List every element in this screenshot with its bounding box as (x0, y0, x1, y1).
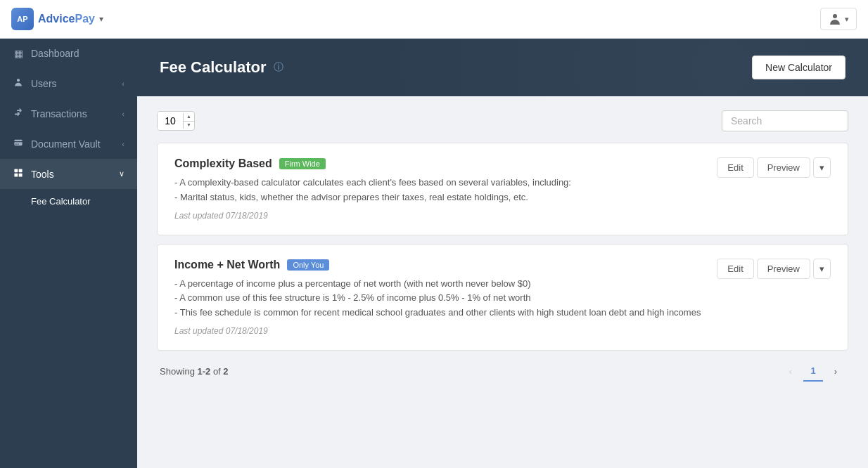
sidebar-sub-label-fee-calculator: Fee Calculator (31, 196, 91, 207)
calc-info-income: Income + Net Worth Only You - A percenta… (174, 259, 717, 336)
page-title: Fee Calculator (160, 58, 267, 77)
more-button-complexity[interactable]: ▾ (813, 157, 831, 178)
pagination-row: Showing 1-2 of 2 ‹ 1 › (157, 362, 848, 382)
calc-actions-income: Edit Preview ▾ (717, 259, 831, 279)
sidebar-item-document-vault[interactable]: Document Vault ‹ (0, 129, 137, 159)
calculator-card-income-net-worth: Income + Net Worth Only You - A percenta… (157, 244, 848, 351)
content-body: ▲ ▼ Complexity Based Firm Wide - A compl… (137, 96, 868, 468)
calc-updated-income: Last updated 07/18/2019 (174, 326, 717, 336)
user-dropdown-arrow: ▾ (845, 15, 849, 24)
preview-button-complexity[interactable]: Preview (757, 157, 810, 178)
sidebar-label-tools: Tools (31, 169, 54, 180)
badge-firm-wide: Firm Wide (279, 158, 326, 169)
sidebar-item-transactions[interactable]: Transactions ‹ (0, 98, 137, 129)
calc-title-row-complexity: Complexity Based Firm Wide (174, 157, 717, 170)
user-menu-button[interactable]: ▾ (820, 8, 857, 30)
next-page-button[interactable]: › (826, 362, 845, 382)
search-input[interactable] (722, 110, 848, 131)
showing-text: Showing 1-2 of 2 (160, 366, 229, 377)
logo-icon: AP (11, 8, 34, 30)
main-layout: ▦ Dashboard Users ‹ Transactions ‹ (0, 39, 868, 468)
dashboard-icon: ▦ (13, 48, 24, 59)
user-icon (828, 12, 842, 26)
badge-only-you: Only You (287, 259, 329, 271)
calc-description-income: - A percentage of income plus a percenta… (174, 277, 717, 320)
tools-chevron-icon: ∨ (119, 169, 125, 178)
sidebar-item-tools[interactable]: Tools ∨ (0, 159, 137, 189)
logo-text: AdvicePay (38, 13, 95, 25)
page-1-button[interactable]: 1 (803, 362, 823, 382)
sidebar: ▦ Dashboard Users ‹ Transactions ‹ (0, 39, 137, 468)
transactions-icon (13, 108, 24, 119)
document-vault-icon (13, 138, 24, 150)
logo-area: AP AdvicePay ▾ (11, 8, 103, 30)
svg-rect-0 (14, 169, 18, 172)
table-toolbar: ▲ ▼ (157, 110, 848, 131)
per-page-input[interactable] (158, 112, 183, 130)
more-button-income[interactable]: ▾ (813, 259, 831, 279)
top-nav: AP AdvicePay ▾ ▾ (0, 0, 868, 39)
per-page-up-arrow[interactable]: ▲ (184, 113, 194, 121)
svg-rect-1 (19, 169, 23, 172)
prev-page-button[interactable]: ‹ (781, 362, 800, 382)
page-title-area: Fee Calculator ⓘ (160, 58, 283, 77)
edit-button-complexity[interactable]: Edit (717, 157, 753, 178)
per-page-arrows: ▲ ▼ (183, 113, 194, 129)
pagination-controls: ‹ 1 › (781, 362, 845, 382)
users-chevron-icon: ‹ (122, 79, 125, 88)
calc-name-income: Income + Net Worth (174, 259, 280, 271)
sidebar-label-users: Users (31, 78, 57, 89)
transactions-chevron-icon: ‹ (122, 110, 125, 118)
calc-actions-complexity: Edit Preview ▾ (717, 157, 831, 178)
calculator-card-complexity-based: Complexity Based Firm Wide - A complexit… (157, 143, 848, 235)
svg-rect-3 (19, 174, 23, 177)
app-dropdown-icon[interactable]: ▾ (99, 14, 103, 24)
calc-info-complexity: Complexity Based Firm Wide - A complexit… (174, 157, 717, 221)
per-page-down-arrow[interactable]: ▼ (184, 122, 194, 129)
tools-icon (13, 168, 24, 180)
svg-rect-2 (14, 174, 18, 177)
sidebar-label-document-vault: Document Vault (31, 138, 101, 150)
info-icon[interactable]: ⓘ (274, 61, 283, 74)
sidebar-sub-item-fee-calculator[interactable]: Fee Calculator (0, 189, 137, 214)
per-page-select[interactable]: ▲ ▼ (157, 111, 195, 131)
content-area: Fee Calculator ⓘ New Calculator ▲ ▼ (137, 39, 868, 468)
preview-button-income[interactable]: Preview (757, 259, 810, 279)
calc-updated-complexity: Last updated 07/18/2019 (174, 211, 717, 221)
page-header: Fee Calculator ⓘ New Calculator (137, 39, 868, 96)
sidebar-item-users[interactable]: Users ‹ (0, 68, 137, 98)
new-calculator-button[interactable]: New Calculator (752, 56, 845, 79)
calc-title-row-income: Income + Net Worth Only You (174, 259, 717, 271)
sidebar-label-dashboard: Dashboard (31, 48, 79, 59)
users-icon (13, 77, 24, 89)
edit-button-income[interactable]: Edit (717, 259, 753, 279)
calc-description-complexity: - A complexity-based calculator calculat… (174, 176, 717, 205)
sidebar-label-transactions: Transactions (31, 108, 87, 119)
calc-name-complexity: Complexity Based (174, 157, 272, 170)
document-vault-chevron-icon: ‹ (122, 140, 125, 148)
sidebar-item-dashboard[interactable]: ▦ Dashboard (0, 39, 137, 68)
